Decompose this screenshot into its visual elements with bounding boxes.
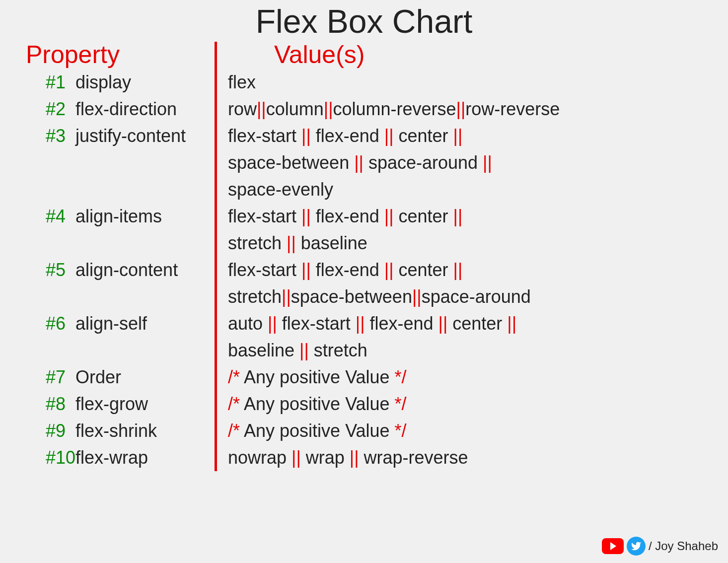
property-name: Order xyxy=(75,364,212,391)
property-value: flex-start || flex-end || center ||space… xyxy=(228,123,708,203)
property-value: /* Any positive Value */ xyxy=(228,364,708,391)
row-number: #6 xyxy=(20,310,75,337)
row-number: #2 xyxy=(20,96,75,123)
row-number: #9 xyxy=(20,418,75,444)
property-name: flex-grow xyxy=(75,391,212,418)
property-name: flex-direction xyxy=(75,96,212,123)
property-value: nowrap || wrap || wrap-reverse xyxy=(228,444,708,471)
table-row: #6align-self xyxy=(20,310,212,364)
table-row: #4align-items xyxy=(20,203,212,257)
property-name: justify-content xyxy=(75,123,212,149)
row-number: #4 xyxy=(20,203,75,230)
column-header-property: Property xyxy=(20,40,224,69)
property-value: flex-start || flex-end || center ||stret… xyxy=(228,257,708,310)
property-value: row||column||column-reverse||row-reverse xyxy=(228,96,708,123)
page-title: Flex Box Chart xyxy=(20,2,708,40)
table-row: #8flex-grow xyxy=(20,391,212,418)
property-name: flex-shrink xyxy=(75,418,212,444)
table-row: #7Order xyxy=(20,364,212,391)
row-number: #1 xyxy=(20,69,75,96)
column-header-values: Value(s) xyxy=(224,40,364,69)
table-row: #1display xyxy=(20,69,212,96)
property-name: align-content xyxy=(75,257,212,283)
vertical-divider xyxy=(215,42,217,471)
row-number: #8 xyxy=(20,391,75,418)
row-number: #5 xyxy=(20,257,75,283)
property-value: flex-start || flex-end || center ||stret… xyxy=(228,203,708,257)
property-name: flex-wrap xyxy=(75,444,212,471)
row-number: #10 xyxy=(20,444,75,471)
property-name: align-self xyxy=(75,310,212,337)
property-value: /* Any positive Value */ xyxy=(228,391,708,418)
property-name: align-items xyxy=(75,203,212,230)
table-row: #2flex-direction xyxy=(20,96,212,123)
table-row: #9flex-shrink xyxy=(20,418,212,444)
footer-credit: / Joy Shaheb xyxy=(602,537,718,556)
table-row: #5align-content xyxy=(20,257,212,310)
table-row: #10flex-wrap xyxy=(20,444,212,471)
table-row: #3justify-content xyxy=(20,123,212,203)
row-number: #3 xyxy=(20,123,75,149)
row-number: #7 xyxy=(20,364,75,391)
twitter-icon[interactable] xyxy=(627,537,646,556)
youtube-icon[interactable] xyxy=(602,538,624,554)
property-value: /* Any positive Value */ xyxy=(228,418,708,444)
property-name: display xyxy=(75,69,212,96)
property-value: auto || flex-start || flex-end || center… xyxy=(228,310,708,364)
property-value: flex xyxy=(228,69,708,96)
author-name: / Joy Shaheb xyxy=(649,539,718,553)
